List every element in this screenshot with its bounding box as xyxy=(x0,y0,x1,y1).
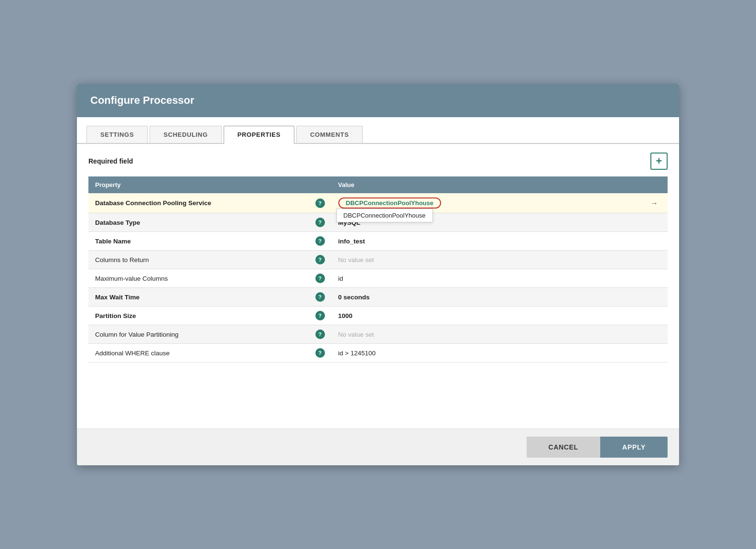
property-value[interactable]: id > 1245100 xyxy=(332,344,644,362)
tab-settings[interactable]: SETTINGS xyxy=(86,126,148,143)
properties-table: Property Value Database Connection Pooli… xyxy=(88,176,668,362)
tab-properties[interactable]: PROPERTIES xyxy=(224,126,294,144)
arrow-cell xyxy=(644,288,668,307)
table-row[interactable]: Database Connection Pooling Service?DBCP… xyxy=(88,193,668,213)
table-row[interactable]: Max Wait Time?0 seconds xyxy=(88,288,668,307)
arrow-cell xyxy=(644,325,668,344)
properties-content: Required field + Property Value Database… xyxy=(77,144,679,371)
col-action xyxy=(644,176,668,193)
property-value[interactable]: id xyxy=(332,269,644,288)
apply-button[interactable]: APPLY xyxy=(600,437,668,458)
property-name: Maximum-value Columns xyxy=(88,269,309,288)
property-value[interactable]: info_test xyxy=(332,232,644,251)
tooltip-box: DBCPConnectionPoolYhouse xyxy=(336,209,433,222)
help-icon[interactable]: ? xyxy=(315,274,325,283)
help-icon[interactable]: ? xyxy=(315,218,325,227)
arrow-cell xyxy=(644,344,668,362)
property-name: Partition Size xyxy=(88,307,309,325)
help-cell: ? xyxy=(309,213,332,232)
configure-processor-dialog: Configure Processor SETTINGS SCHEDULING … xyxy=(77,84,679,465)
arrow-cell xyxy=(644,232,668,251)
property-name: Column for Value Partitioning xyxy=(88,325,309,344)
property-value[interactable]: No value set xyxy=(332,325,644,344)
tab-comments[interactable]: COMMENTS xyxy=(296,126,363,143)
help-cell: ? xyxy=(309,232,332,251)
property-value[interactable]: 0 seconds xyxy=(332,288,644,307)
property-name: Database Type xyxy=(88,213,309,232)
property-name: Additional WHERE clause xyxy=(88,344,309,362)
circled-value: DBCPConnectionPoolYhouse xyxy=(338,198,441,209)
help-cell: ? xyxy=(309,344,332,362)
col-value: Value xyxy=(332,176,644,193)
help-cell: ? xyxy=(309,193,332,213)
help-icon[interactable]: ? xyxy=(315,311,325,320)
tab-bar: SETTINGS SCHEDULING PROPERTIES COMMENTS xyxy=(77,117,679,144)
property-name: Table Name xyxy=(88,232,309,251)
table-row[interactable]: Maximum-value Columns?id xyxy=(88,269,668,288)
tab-scheduling[interactable]: SCHEDULING xyxy=(150,126,221,143)
arrow-cell[interactable]: → xyxy=(644,193,668,213)
arrow-cell xyxy=(644,251,668,269)
help-cell: ? xyxy=(309,269,332,288)
property-name: Max Wait Time xyxy=(88,288,309,307)
arrow-cell xyxy=(644,213,668,232)
add-property-button[interactable]: + xyxy=(650,153,668,170)
property-value[interactable]: DBCPConnectionPoolYhouseDBCPConnectionPo… xyxy=(332,193,644,213)
table-row[interactable]: Columns to Return?No value set xyxy=(88,251,668,269)
help-icon[interactable]: ? xyxy=(315,236,325,246)
table-row[interactable]: Partition Size?1000 xyxy=(88,307,668,325)
table-header-row: Property Value xyxy=(88,176,668,193)
help-icon[interactable]: ? xyxy=(315,198,325,208)
help-icon[interactable]: ? xyxy=(315,255,325,264)
property-value[interactable]: 1000 xyxy=(332,307,644,325)
dialog-title: Configure Processor xyxy=(90,94,666,107)
col-help xyxy=(309,176,332,193)
property-value[interactable]: No value set xyxy=(332,251,644,269)
help-icon[interactable]: ? xyxy=(315,348,325,358)
table-row[interactable]: Column for Value Partitioning?No value s… xyxy=(88,325,668,344)
help-icon[interactable]: ? xyxy=(315,292,325,302)
cancel-button[interactable]: CANCEL xyxy=(527,437,601,458)
help-icon[interactable]: ? xyxy=(315,329,325,339)
dialog-footer: CANCEL APPLY xyxy=(77,428,679,465)
arrow-cell xyxy=(644,269,668,288)
help-cell: ? xyxy=(309,325,332,344)
property-name: Columns to Return xyxy=(88,251,309,269)
dialog-header: Configure Processor xyxy=(77,84,679,117)
col-property: Property xyxy=(88,176,309,193)
property-name: Database Connection Pooling Service xyxy=(88,193,309,213)
help-cell: ? xyxy=(309,288,332,307)
table-row[interactable]: Additional WHERE clause?id > 1245100 xyxy=(88,344,668,362)
dialog-body: SETTINGS SCHEDULING PROPERTIES COMMENTS … xyxy=(77,117,679,371)
table-row[interactable]: Table Name?info_test xyxy=(88,232,668,251)
help-cell: ? xyxy=(309,251,332,269)
arrow-cell xyxy=(644,307,668,325)
help-cell: ? xyxy=(309,307,332,325)
required-field-label: Required field xyxy=(88,157,133,165)
required-field-bar: Required field + xyxy=(88,153,668,170)
